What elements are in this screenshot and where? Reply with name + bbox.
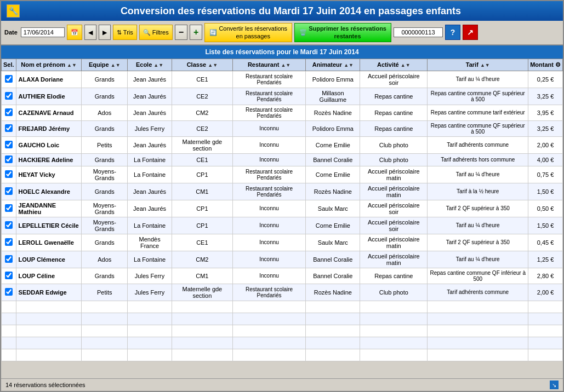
col-restaurant[interactable]: Restaurant ▲▼ (232, 59, 306, 71)
prev-button[interactable]: ◀ (84, 25, 96, 40)
row-checkbox-cell[interactable] (2, 217, 16, 234)
row-activite: Club photo (360, 153, 428, 166)
row-equipe: Grands (82, 88, 128, 105)
row-ecole: Jean Jaurés (128, 105, 172, 120)
row-nom: JEANDANNE Mathieu (16, 200, 82, 217)
row-restaurant: Inconnu (232, 200, 306, 217)
row-checkbox[interactable] (5, 288, 13, 296)
row-checkbox-cell[interactable] (2, 153, 16, 166)
next-button[interactable]: ▶ (99, 25, 111, 40)
filtres-button[interactable]: 🔍 Filtres (139, 25, 173, 40)
row-checkbox[interactable] (5, 255, 13, 263)
col-tarif[interactable]: Tarif ▲▼ (428, 59, 528, 71)
plus-button[interactable]: + (190, 25, 202, 40)
minus-icon: − (179, 27, 184, 37)
row-restaurant: Restaurant scolaire Pendariés (232, 105, 306, 120)
toolbar: Date 📅 ◀ ▶ ⇅ Tris 🔍 Filtres − + 🔄 Conver… (1, 21, 563, 45)
col-equipe[interactable]: Equipe ▲▼ (82, 59, 128, 71)
row-checkbox[interactable] (5, 272, 13, 279)
row-checkbox-cell[interactable] (2, 284, 16, 301)
col-nom[interactable]: Nom et prénom ▲▼ (16, 59, 82, 71)
row-montant: 2,80 € (528, 268, 563, 284)
row-classe: CM2 (172, 251, 233, 268)
date-input[interactable] (21, 27, 65, 37)
tris-button[interactable]: ⇅ Tris (113, 25, 137, 40)
row-animateur: Corne Emilie (306, 166, 360, 183)
row-animateur: Millason Guillaume (306, 88, 360, 105)
convert-button[interactable]: 🔄 Convertir les réservationsen passages (204, 23, 292, 42)
row-classe: CP1 (172, 217, 233, 234)
row-activite: Club photo (360, 284, 428, 301)
row-tarif: Tarif au ¼ d'heure (428, 166, 528, 183)
row-checkbox[interactable] (5, 75, 13, 83)
supprimer-icon: 🗑️ (299, 28, 307, 36)
sort-arrow-classe: ▲▼ (208, 62, 218, 68)
row-equipe: Grands (82, 183, 128, 200)
row-checkbox-cell[interactable] (2, 183, 16, 200)
row-checkbox-cell[interactable] (2, 71, 16, 88)
empty-row (2, 349, 563, 361)
row-checkbox-cell[interactable] (2, 136, 16, 153)
row-animateur: Saulx Marc (306, 234, 360, 251)
col-activite[interactable]: Activité ▲▼ (360, 59, 428, 71)
row-checkbox[interactable] (5, 108, 13, 116)
row-tarif: Tarif au ¼ d'heure (428, 217, 528, 234)
sort-arrow-nom: ▲▼ (67, 62, 77, 68)
row-checkbox[interactable] (5, 221, 13, 229)
col-ecole[interactable]: Ecole ▲▼ (128, 59, 172, 71)
row-montant: 1,25 € (528, 251, 563, 268)
supprimer-label: Supprimer les réservationsrestantes (309, 25, 386, 41)
row-checkbox-cell[interactable] (2, 166, 16, 183)
row-checkbox[interactable] (5, 124, 13, 132)
row-activite: Repas cantine (360, 105, 428, 120)
row-checkbox-cell[interactable] (2, 200, 16, 217)
row-checkbox-cell[interactable] (2, 120, 16, 136)
row-tarif: Tarif adhérents commune (428, 284, 528, 301)
row-equipe: Ados (82, 105, 128, 120)
row-equipe: Ados (82, 251, 128, 268)
num-input[interactable] (394, 27, 443, 37)
row-checkbox[interactable] (5, 155, 13, 163)
help-button[interactable]: ? (445, 25, 460, 40)
calendar-icon: 📅 (71, 29, 78, 36)
row-checkbox[interactable] (5, 204, 13, 212)
row-checkbox[interactable] (5, 141, 13, 148)
plus-icon: + (193, 27, 198, 37)
col-animateur[interactable]: Animateur ▲▼ (306, 59, 360, 71)
row-ecole: Jules Ferry (128, 284, 172, 301)
row-restaurant: Inconnu (232, 136, 306, 153)
row-checkbox[interactable] (5, 92, 13, 100)
supprimer-button[interactable]: 🗑️ Supprimer les réservationsrestantes (294, 23, 391, 42)
montant-settings-icon[interactable]: ⚙ (555, 61, 561, 68)
row-tarif: Repas cantine commune QF supérieur à 500 (428, 120, 528, 136)
minus-button[interactable]: − (175, 25, 187, 40)
row-tarif: Tarif adhérents commune (428, 136, 528, 153)
row-activite: Accueil périscolaire soir (360, 200, 428, 217)
tris-label: Tris (123, 29, 133, 36)
col-montant[interactable]: Montant ⚙ (528, 59, 563, 71)
status-bar: 14 réservations sélectionnées ↘ (1, 378, 563, 391)
row-montant: 0,45 € (528, 234, 563, 251)
row-checkbox-cell[interactable] (2, 251, 16, 268)
row-ecole: La Fontaine (128, 166, 172, 183)
table-row: HOELC AlexandreGrandsJean JaurésCM1Resta… (2, 183, 563, 200)
row-checkbox-cell[interactable] (2, 268, 16, 284)
row-checkbox[interactable] (5, 238, 13, 246)
table-wrapper[interactable]: Sel. Nom et prénom ▲▼ Equipe ▲▼ Ecole ▲▼… (1, 59, 563, 378)
table-row: JEANDANNE MathieuMoyens-GrandsJean Jauré… (2, 200, 563, 217)
close-icon: ↗ (467, 28, 474, 37)
row-checkbox[interactable] (5, 187, 13, 195)
row-montant: 2,00 € (528, 136, 563, 153)
row-ecole: Jean Jaurés (128, 183, 172, 200)
table-row: LEPELLETIER CécileMoyens-GrandsLa Fontai… (2, 217, 563, 234)
calendar-button[interactable]: 📅 (67, 25, 82, 40)
row-checkbox-cell[interactable] (2, 105, 16, 120)
close-button[interactable]: ↗ (463, 25, 478, 40)
row-checkbox-cell[interactable] (2, 234, 16, 251)
empty-row (2, 301, 563, 313)
row-checkbox-cell[interactable] (2, 88, 16, 105)
col-classe[interactable]: Classe ▲▼ (172, 59, 233, 71)
table-row: GAUCHO LoicPetitsJean JaurésMaternelle g… (2, 136, 563, 153)
row-checkbox[interactable] (5, 170, 13, 178)
sort-arrow-equipe: ▲▼ (111, 62, 121, 68)
